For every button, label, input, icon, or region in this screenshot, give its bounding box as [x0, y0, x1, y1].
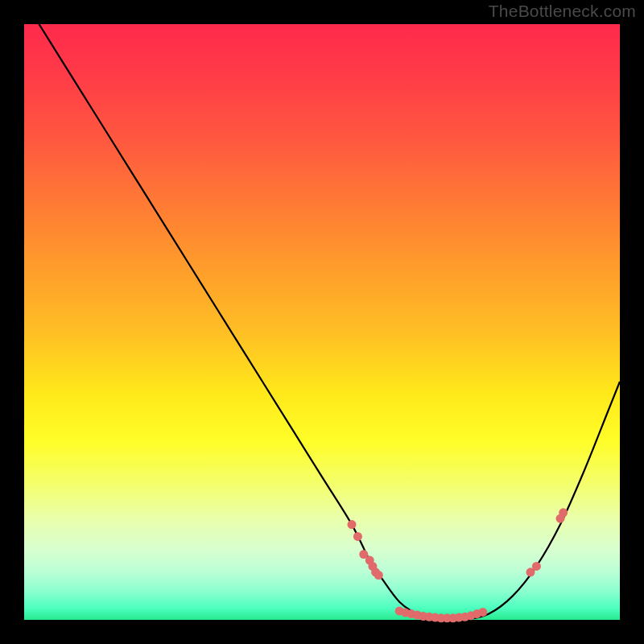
data-marker	[353, 532, 362, 541]
data-marker	[478, 608, 487, 617]
data-marker	[348, 520, 357, 529]
bottleneck-curve	[24, 0, 620, 621]
data-marker	[374, 571, 383, 580]
data-marker	[532, 562, 541, 571]
data-marker	[559, 508, 568, 517]
chart-svg-overlay	[24, 24, 620, 620]
data-markers-group	[348, 508, 568, 622]
watermark-text: TheBottleneck.com	[489, 2, 636, 21]
chart-frame: TheBottleneck.com	[0, 0, 644, 644]
